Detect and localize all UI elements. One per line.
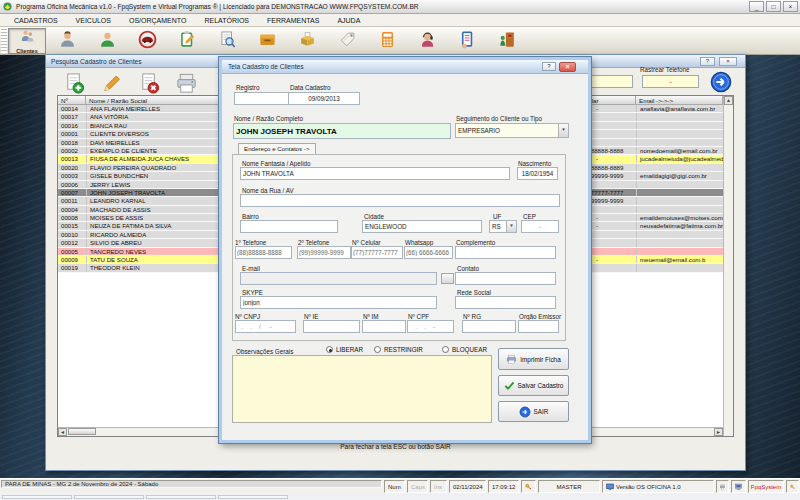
sair-button[interactable]: SAIR xyxy=(498,401,569,422)
radio-dot xyxy=(442,346,449,353)
vertical-scrollbar[interactable]: ▲ xyxy=(723,96,733,436)
seguimento-value: EMPRESARIO xyxy=(456,127,558,134)
editar-cliente-button[interactable] xyxy=(97,70,125,96)
tel2-input[interactable] xyxy=(297,246,351,259)
toolbar-sair-button[interactable] xyxy=(488,28,526,54)
cell-email xyxy=(636,189,723,196)
radio-restringir[interactable]: RESTRINGIR xyxy=(374,346,423,353)
novo-cliente-button[interactable] xyxy=(60,70,88,96)
menu-os-orcamento[interactable]: OS/ORÇAMENTO xyxy=(121,17,194,24)
seguimento-select[interactable]: EMPRESARIO ▼ xyxy=(455,123,569,138)
bairro-label: Bairro xyxy=(242,213,259,220)
rua-input[interactable] xyxy=(240,194,560,207)
printer-icon xyxy=(716,480,729,493)
rastrear-telefone-label: Rastrear Telefone xyxy=(640,66,690,73)
pesquisa-close-icon[interactable]: × xyxy=(719,57,737,66)
rastrear-telefone-input[interactable] xyxy=(642,75,699,88)
status-brand: FpqSystem xyxy=(748,480,784,493)
nascimento-input[interactable] xyxy=(517,167,558,180)
status-caps: Caps xyxy=(407,480,428,493)
rastrear-go-button[interactable] xyxy=(710,71,732,93)
uf-label: UF xyxy=(493,213,501,220)
cnpj-input[interactable] xyxy=(235,320,296,333)
toolbar-caixa-button[interactable] xyxy=(368,28,406,54)
radio-bloquear[interactable]: BLOQUEAR xyxy=(442,346,487,353)
toolbar-agenda-button[interactable] xyxy=(448,28,486,54)
toolbar-estoque-button[interactable] xyxy=(288,28,326,54)
orgao-emissor-input[interactable] xyxy=(518,320,559,333)
observacoes-textarea[interactable] xyxy=(232,355,492,423)
tel1-label: 1º Telefone xyxy=(235,239,266,246)
celular-input[interactable] xyxy=(351,246,403,259)
whatsapp-input[interactable] xyxy=(404,246,453,259)
status-time: 17:09:12 xyxy=(488,480,519,493)
orgao-emissor-label: Orgão Emissor xyxy=(519,313,561,320)
dialog-close-icon[interactable]: × xyxy=(559,62,576,72)
cep-input[interactable] xyxy=(521,220,559,233)
cell-email: neusadefatima@fatima.com.br xyxy=(636,222,723,229)
scroll-up-icon[interactable]: ▲ xyxy=(724,96,733,105)
complemento-input[interactable] xyxy=(455,246,556,259)
rede-social-input[interactable] xyxy=(455,296,556,309)
skype-input[interactable] xyxy=(240,296,437,309)
toolbar-ordem-servico-button[interactable] xyxy=(168,28,206,54)
maximize-icon[interactable]: □ xyxy=(766,1,781,12)
scroll-right-icon[interactable]: ► xyxy=(714,428,723,436)
nome-input[interactable] xyxy=(233,123,451,139)
status-ins: Ins xyxy=(430,480,447,493)
fantasia-input[interactable] xyxy=(240,167,510,180)
cell-num: 00001 xyxy=(58,130,86,137)
radio-dot xyxy=(374,346,381,353)
status-num: Num xyxy=(384,480,405,493)
col-numero[interactable]: Nº xyxy=(58,96,86,105)
exit-door-icon xyxy=(498,30,517,53)
rg-input[interactable] xyxy=(462,320,516,333)
salvar-cadastro-button[interactable]: Salvar Cadastro xyxy=(498,375,569,396)
toolbar-veiculos-button[interactable] xyxy=(128,28,166,54)
search-input[interactable] xyxy=(585,75,633,88)
col-email[interactable]: Email ->->-> xyxy=(636,96,723,105)
scrollbar-thumb[interactable] xyxy=(68,428,96,435)
imprimir-ficha-button[interactable]: Imprimir Ficha xyxy=(498,348,569,370)
chevron-down-icon[interactable]: ▼ xyxy=(506,221,516,232)
imprimir-lista-button[interactable] xyxy=(172,70,200,96)
tel1-input[interactable] xyxy=(235,246,292,259)
scroll-left-icon[interactable]: ◄ xyxy=(58,428,67,436)
main-toolbar: Clientes xyxy=(0,27,800,55)
email-browse-button[interactable] xyxy=(441,273,454,284)
printer-icon xyxy=(175,72,198,95)
radio-liberar[interactable]: LIBERAR xyxy=(326,346,363,353)
cell-email xyxy=(636,248,723,255)
menu-ajuda[interactable]: AJUDA xyxy=(329,17,368,24)
close-icon[interactable]: × xyxy=(783,1,798,12)
toolbar-arquivo-button[interactable] xyxy=(248,28,286,54)
toolbar-atendimento-button[interactable] xyxy=(408,28,446,54)
chevron-down-icon[interactable]: ▼ xyxy=(558,124,568,137)
toolbar-consulta-button[interactable] xyxy=(208,28,246,54)
bairro-input[interactable] xyxy=(240,220,338,233)
dialog-help-icon[interactable]: ? xyxy=(542,62,556,71)
cell-num: 00003 xyxy=(58,172,86,179)
cidade-input[interactable] xyxy=(362,220,482,233)
menu-relatorios[interactable]: RELATÓRIOS xyxy=(196,17,257,24)
cell-num: 00015 xyxy=(58,222,86,229)
dialog-title-bar[interactable]: Tela Cadastro de Clientes xyxy=(222,60,588,74)
uf-select[interactable]: RS ▼ xyxy=(489,220,517,233)
status-version: Versão OS OFICINA 1.0 xyxy=(602,480,714,493)
pesquisa-help-icon[interactable]: ? xyxy=(700,57,715,66)
toolbar-fornecedor-button[interactable] xyxy=(88,28,126,54)
toolbar-funcionario-button[interactable] xyxy=(48,28,86,54)
toolbar-etiqueta-button[interactable] xyxy=(328,28,366,54)
menu-ferramentas[interactable]: FERRAMENTAS xyxy=(259,17,327,24)
menu-cadastros[interactable]: CADASTROS xyxy=(6,17,66,24)
ie-input[interactable] xyxy=(303,320,360,333)
excluir-cliente-button[interactable] xyxy=(135,70,163,96)
cpf-input[interactable] xyxy=(407,320,454,333)
im-input[interactable] xyxy=(362,320,406,333)
minimize-icon[interactable]: _ xyxy=(749,1,764,12)
menu-veiculos[interactable]: VEICULOS xyxy=(68,17,119,24)
data-cadastro-input[interactable] xyxy=(288,92,360,105)
email-input[interactable] xyxy=(240,272,437,285)
contato-input[interactable] xyxy=(455,272,556,285)
toolbar-clientes-button[interactable]: Clientes xyxy=(8,28,46,54)
